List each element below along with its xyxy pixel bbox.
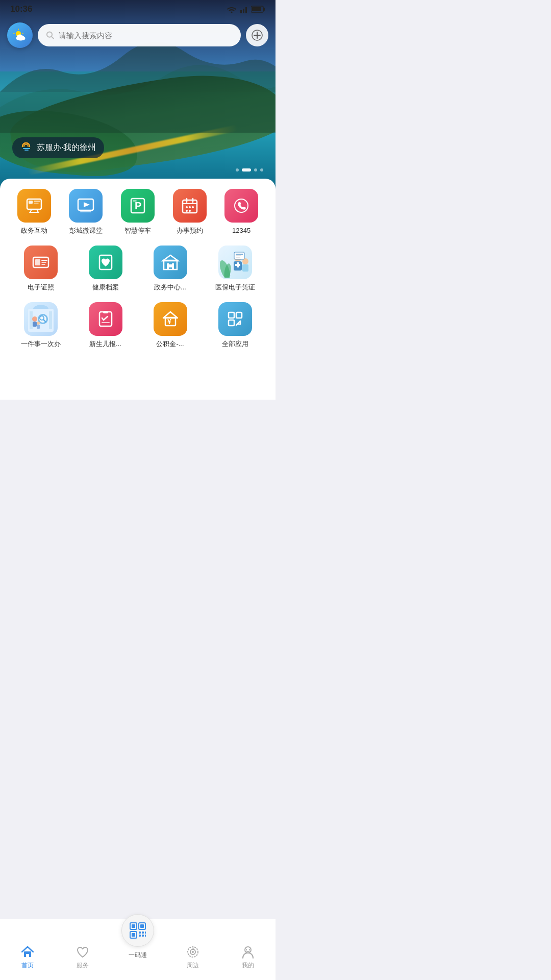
svg-point-41 [186, 210, 188, 212]
svg-rect-63 [242, 264, 248, 272]
status-bar: 10:36 [0, 0, 276, 16]
svg-point-75 [32, 316, 37, 322]
brand-logo [20, 141, 33, 154]
search-icon [46, 31, 55, 40]
svg-point-43 [235, 199, 248, 212]
svg-rect-33 [133, 200, 137, 202]
svg-rect-61 [235, 264, 240, 266]
parking-icon: P [129, 197, 147, 215]
svg-rect-52 [167, 263, 169, 270]
app-label-dianzi-zhengzhao: 电子证照 [28, 283, 54, 292]
checklist-icon [96, 310, 115, 328]
svg-rect-78 [37, 325, 40, 329]
app-label-zhihui-tingche: 智慧停车 [124, 227, 151, 235]
health-record-icon [96, 253, 115, 272]
svg-rect-70 [49, 311, 52, 329]
app-icon-jiankang-dangan [89, 246, 122, 279]
app-item-zhihui-tingche[interactable]: P 智慧停车 [112, 189, 164, 235]
app-label-yibao: 医保电子凭证 [215, 283, 255, 292]
wifi-icon [227, 6, 237, 13]
svg-rect-25 [29, 201, 33, 204]
app-icon-zhengwu-hudong [17, 189, 51, 223]
house-money-icon: ¥ [161, 310, 180, 328]
app-label-jiankang-dangan: 健康档案 [92, 283, 119, 292]
app-icon-gongjijin: ¥ [154, 302, 187, 336]
app-item-banshi-yuyue[interactable]: 办事预约 [164, 189, 216, 235]
dot-4[interactable] [260, 168, 263, 172]
app-icon-zhengwu-zhongxin [154, 246, 187, 279]
dot-1[interactable] [236, 168, 239, 172]
government-building-icon [161, 253, 180, 272]
search-bar[interactable] [38, 24, 241, 46]
app-icon-quanbu [218, 302, 252, 336]
app-label-quanbu: 全部应用 [222, 340, 248, 349]
weather-cloud-icon [12, 28, 28, 43]
one-stop-illustration [26, 304, 56, 334]
app-label-banshi-yuyue: 办事预约 [177, 227, 203, 235]
svg-rect-53 [172, 263, 174, 270]
battery-icon [251, 6, 265, 13]
add-button[interactable] [246, 24, 268, 46]
status-time: 10:36 [10, 4, 32, 14]
app-item-pengcheng-ke[interactable]: 彭城微课堂 [60, 189, 112, 235]
app-item-quanbu[interactable]: 全部应用 [203, 302, 267, 349]
svg-point-77 [37, 322, 40, 325]
app-item-yijianshi[interactable]: 一件事一次办 [8, 302, 73, 349]
svg-marker-29 [84, 202, 90, 207]
signal-icon [240, 5, 248, 13]
svg-point-40 [192, 206, 194, 208]
monitor-icon [25, 197, 43, 215]
all-apps-icon [226, 310, 244, 328]
svg-point-38 [186, 206, 188, 208]
search-input[interactable] [59, 31, 233, 40]
brand-tag: 苏服办·我的徐州 [12, 137, 104, 158]
weather-icon[interactable] [7, 22, 33, 48]
medical-illustration [220, 247, 251, 278]
svg-line-17 [52, 36, 54, 38]
app-icon-banshi-yuyue [173, 189, 207, 223]
app-grid-card: 政务互动 彭城微课堂 P 智慧停车 [0, 179, 276, 400]
svg-point-42 [189, 210, 191, 212]
svg-rect-76 [33, 322, 37, 327]
svg-point-0 [231, 12, 233, 13]
svg-rect-87 [229, 320, 234, 326]
dot-2-active[interactable] [242, 168, 251, 172]
svg-point-39 [189, 206, 191, 208]
svg-rect-80 [103, 311, 108, 313]
svg-rect-85 [229, 312, 234, 318]
dot-3[interactable] [254, 168, 257, 172]
svg-rect-45 [35, 259, 40, 265]
app-icon-pengcheng-ke [69, 189, 103, 223]
app-grid-row2: 电子证照 健康档案 [8, 246, 267, 292]
svg-rect-5 [263, 8, 265, 11]
app-label-gongjijin: 公积金-... [156, 340, 184, 349]
brand-tag-text: 苏服办·我的徐州 [37, 142, 96, 153]
app-label-yijianshi: 一件事一次办 [21, 340, 61, 349]
app-label-12345: 12345 [232, 227, 251, 235]
app-item-gongjijin[interactable]: ¥ 公积金-... [138, 302, 203, 349]
calendar-icon [181, 197, 199, 215]
app-item-xinshenger[interactable]: 新生儿报... [73, 302, 138, 349]
header [0, 18, 276, 52]
phone-hotline-icon [232, 197, 251, 215]
id-card-icon [32, 253, 50, 272]
app-item-yibao[interactable]: 医保电子凭证 [203, 246, 267, 292]
app-icon-zhihui-tingche: P [121, 189, 155, 223]
dots-indicator [236, 168, 263, 172]
app-icon-yijianshi [24, 302, 58, 336]
app-icon-xinshenger [89, 302, 122, 336]
app-label-pengcheng-ke: 彭城微课堂 [69, 227, 103, 235]
app-grid-row3: 一件事一次办 新生儿报... ¥ [8, 302, 267, 349]
svg-rect-1 [240, 10, 242, 13]
status-icons [227, 5, 265, 13]
app-item-jiankang-dangan[interactable]: 健康档案 [73, 246, 138, 292]
app-item-dianzi-zhengzhao[interactable]: 电子证照 [8, 246, 73, 292]
app-icon-yibao [218, 246, 252, 279]
app-item-zhengwu-hudong[interactable]: 政务互动 [8, 189, 60, 235]
svg-text:P: P [135, 200, 141, 211]
svg-rect-3 [245, 7, 247, 13]
svg-rect-2 [243, 9, 244, 13]
app-item-12345[interactable]: 12345 [215, 189, 267, 235]
app-icon-12345 [224, 189, 258, 223]
app-item-zhengwu-zhongxin[interactable]: 政务中心... [138, 246, 203, 292]
